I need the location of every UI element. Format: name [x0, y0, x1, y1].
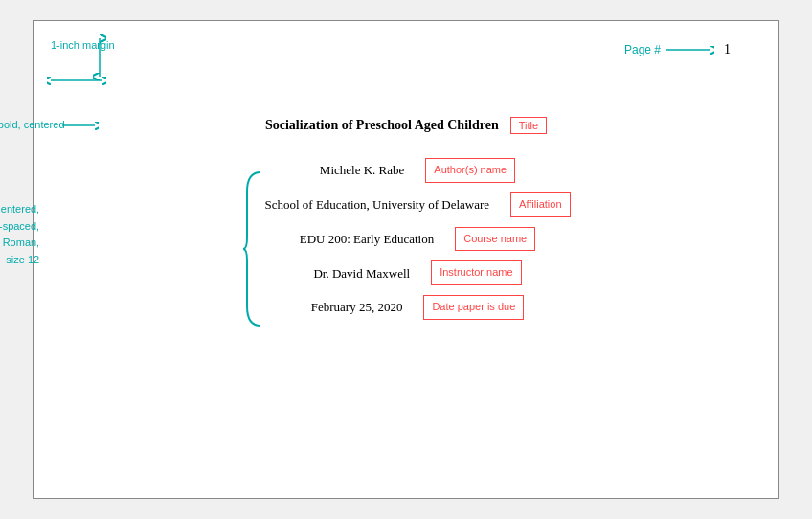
title-arrow-icon — [62, 119, 99, 132]
date-text: February 25, 2020 — [311, 296, 403, 318]
margin-horizontal-arrow — [47, 74, 106, 87]
instructor-text: Dr. David Maxwell — [313, 262, 410, 284]
center-section: Centered,double-spaced,Times New Roman,s… — [81, 153, 731, 335]
page-arrow-icon — [666, 43, 714, 56]
affiliation-label-box: Affiliation — [510, 192, 570, 217]
affiliation-row: School of Education, University of Delaw… — [264, 188, 570, 222]
page-number: 1 — [724, 42, 731, 57]
title-label-box: Title — [510, 117, 547, 134]
page-label: Page # — [624, 43, 661, 56]
brace-icon — [241, 163, 264, 335]
instructor-label-box: Instructor name — [431, 260, 521, 285]
paper-title: Socialization of Preschool Aged Children — [265, 118, 499, 133]
page: 1-inch margin Page # — [33, 20, 779, 499]
course-row: EDU 200: Early Education Course name — [300, 222, 535, 257]
date-row: February 25, 2020 Date paper is due — [311, 290, 525, 325]
date-label-box: Date paper is due — [423, 295, 524, 320]
page-number-area: Page # 1 — [624, 42, 731, 57]
title-annotation: Title case, bold, centered — [0, 118, 65, 132]
author-row: Michele K. Rabe Author(s) name — [320, 153, 515, 188]
info-rows: Michele K. Rabe Author(s) name School of… — [264, 153, 570, 335]
author-label-box: Author(s) name — [425, 158, 515, 183]
affiliation-text: School of Education, University of Delaw… — [264, 193, 489, 215]
author-text: Michele K. Rabe — [320, 159, 404, 181]
center-annotation: Centered,double-spaced,Times New Roman,s… — [0, 201, 39, 268]
course-text: EDU 200: Early Education — [300, 228, 434, 250]
course-label-box: Course name — [455, 227, 535, 252]
instructor-row: Dr. David Maxwell Instructor name — [313, 256, 521, 290]
title-section: Title case, bold, centered Socialization… — [81, 117, 731, 134]
content-area: Title case, bold, centered Socialization… — [81, 88, 731, 469]
